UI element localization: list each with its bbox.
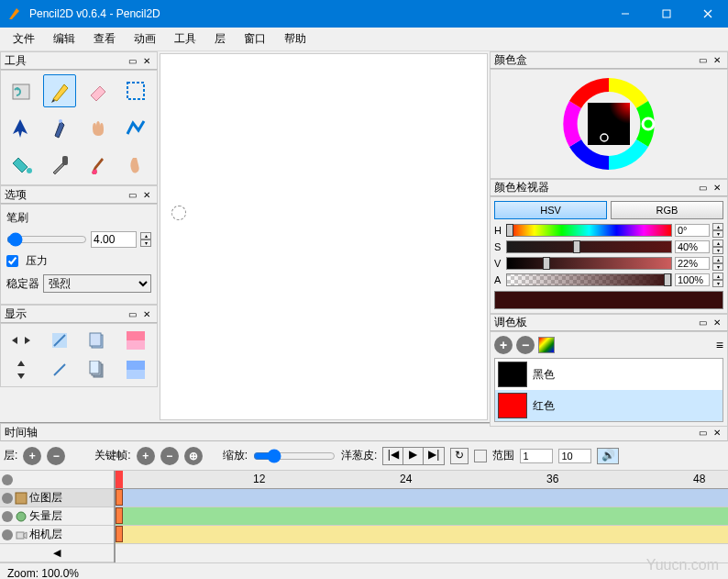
tool-select[interactable]: [119, 74, 152, 107]
layer-vector[interactable]: 矢量层: [0, 507, 114, 526]
track-camera[interactable]: [116, 526, 728, 544]
colorinsp-close-button[interactable]: ✕: [711, 182, 723, 195]
alpha-spinner[interactable]: ▴▾: [712, 273, 723, 287]
onion-multi-button[interactable]: [81, 357, 114, 383]
tools-float-button[interactable]: ▭: [126, 54, 138, 67]
brush-slider[interactable]: [6, 232, 87, 247]
alpha-field[interactable]: [675, 273, 710, 286]
tool-eraser[interactable]: [81, 74, 114, 107]
range-start-field[interactable]: [520, 449, 553, 463]
timeline-ruler[interactable]: 12 24 36 48: [116, 471, 728, 489]
track-bitmap[interactable]: [116, 489, 728, 507]
menu-help[interactable]: 帮助: [275, 28, 315, 50]
layer-scroll-left[interactable]: ◀: [0, 544, 114, 562]
tool-pen[interactable]: [43, 111, 76, 144]
rgb-button[interactable]: RGB: [611, 201, 723, 219]
menu-view[interactable]: 查看: [84, 28, 125, 50]
keyframe-add-button[interactable]: +: [137, 447, 155, 465]
loop-button[interactable]: ↻: [450, 448, 469, 464]
colorbox-close-button[interactable]: ✕: [711, 54, 723, 67]
brush-spinner[interactable]: ▴▾: [140, 232, 151, 247]
sat-spinner[interactable]: ▴▾: [712, 239, 723, 254]
keyframe[interactable]: [116, 489, 123, 506]
menu-tools[interactable]: 工具: [165, 28, 205, 50]
tool-bucket[interactable]: [5, 148, 38, 181]
alpha-slider[interactable]: [506, 273, 672, 286]
palette-remove-button[interactable]: −: [516, 336, 535, 354]
minimize-button[interactable]: [604, 0, 645, 28]
play-last-button[interactable]: ▶|: [424, 448, 444, 464]
timeline-frames[interactable]: 12 24 36 48: [116, 471, 728, 562]
keyframe[interactable]: [116, 507, 123, 524]
palette-close-button[interactable]: ✕: [711, 317, 723, 329]
mirror-v-button[interactable]: [5, 357, 38, 383]
layer-add-button[interactable]: +: [23, 447, 41, 465]
brush-value-field[interactable]: [91, 231, 137, 248]
pressure-checkbox[interactable]: [6, 255, 18, 267]
hue-spinner[interactable]: ▴▾: [712, 223, 723, 238]
tool-move[interactable]: [5, 111, 38, 144]
onion-next-button[interactable]: [119, 328, 152, 353]
val-spinner[interactable]: ▴▾: [712, 256, 723, 271]
keyframe[interactable]: [116, 526, 123, 542]
display-close-button[interactable]: ✕: [140, 307, 153, 320]
display-float-button[interactable]: ▭: [126, 307, 138, 320]
hue-slider[interactable]: [506, 224, 672, 237]
keyframe-dup-button[interactable]: ⊕: [184, 447, 203, 465]
timeline-close-button[interactable]: ✕: [711, 426, 723, 439]
timeline-float-button[interactable]: ▭: [696, 426, 709, 439]
palette-item-red[interactable]: 红色: [495, 390, 722, 421]
sat-slider[interactable]: [506, 240, 672, 253]
range-end-field[interactable]: [558, 449, 591, 463]
onion-prev-button[interactable]: [81, 328, 114, 353]
palette-float-button[interactable]: ▭: [696, 317, 709, 329]
tool-hand[interactable]: [81, 111, 114, 144]
track-vector[interactable]: [116, 507, 728, 526]
range-checkbox[interactable]: [474, 450, 487, 462]
menu-edit[interactable]: 编辑: [44, 28, 84, 50]
svg-rect-1: [663, 10, 670, 17]
thin-lines-button[interactable]: [43, 328, 76, 353]
playhead[interactable]: [116, 471, 123, 488]
val-slider[interactable]: [506, 257, 672, 270]
maximize-button[interactable]: [645, 0, 687, 28]
tool-eyedropper[interactable]: [43, 148, 76, 181]
keyframe-remove-button[interactable]: −: [160, 447, 179, 465]
color-wheel[interactable]: [558, 73, 659, 174]
menu-file[interactable]: 文件: [4, 28, 44, 50]
layer-camera[interactable]: 相机层: [0, 526, 114, 544]
stabilizer-select[interactable]: 强烈: [43, 274, 151, 293]
hsv-button[interactable]: HSV: [494, 201, 607, 219]
play-first-button[interactable]: |◀: [383, 448, 403, 464]
options-float-button[interactable]: ▭: [126, 188, 138, 201]
tool-brush[interactable]: [81, 148, 114, 181]
hue-field[interactable]: [675, 224, 710, 237]
timeline-zoom-slider[interactable]: [253, 449, 336, 463]
play-button[interactable]: ▶: [403, 448, 424, 464]
colorbox-float-button[interactable]: ▭: [696, 54, 709, 67]
palette-grid-button[interactable]: [538, 337, 555, 353]
tools-close-button[interactable]: ✕: [140, 54, 153, 67]
close-button[interactable]: [687, 0, 728, 28]
mirror-h-button[interactable]: [5, 328, 38, 353]
outlines-button[interactable]: [43, 357, 76, 383]
tool-pencil[interactable]: [43, 74, 76, 107]
palette-item-black[interactable]: 黑色: [495, 359, 722, 390]
onion-blue-button[interactable]: [119, 357, 152, 383]
tool-clear[interactable]: [5, 74, 38, 107]
menu-window[interactable]: 窗口: [235, 28, 275, 50]
colorinsp-float-button[interactable]: ▭: [696, 182, 709, 195]
val-field[interactable]: [675, 257, 710, 270]
options-close-button[interactable]: ✕: [140, 188, 153, 201]
tool-smudge[interactable]: [119, 148, 152, 181]
layer-remove-button[interactable]: −: [47, 447, 65, 465]
canvas[interactable]: [160, 53, 488, 420]
tool-polyline[interactable]: [119, 111, 152, 144]
sound-button[interactable]: 🔊: [597, 448, 619, 464]
menu-layer[interactable]: 层: [205, 28, 235, 50]
menu-animation[interactable]: 动画: [125, 28, 165, 50]
sat-field[interactable]: [675, 240, 710, 253]
layer-bitmap[interactable]: 位图层: [0, 489, 114, 507]
palette-menu-button[interactable]: ≡: [716, 338, 723, 352]
palette-add-button[interactable]: +: [494, 336, 513, 354]
